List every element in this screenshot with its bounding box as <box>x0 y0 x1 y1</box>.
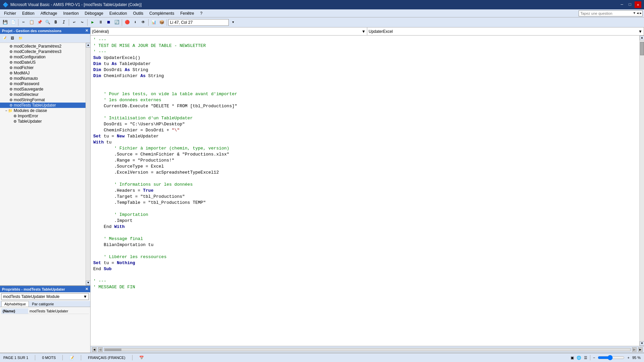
view-normal-icon[interactable]: ▣ <box>571 356 574 360</box>
tree-item[interactable]: ⚙modNumauto <box>0 76 86 81</box>
tree-item-label: modNumauto <box>14 76 38 81</box>
menu-execution[interactable]: Exécution <box>107 10 130 16</box>
code-line: .Headers = True <box>91 188 639 194</box>
hscroll-right-button[interactable]: ▶ <box>638 347 643 352</box>
code-comment: ' --- <box>93 49 106 55</box>
menu-fichier[interactable]: Fichier <box>1 10 19 16</box>
menu-insertion[interactable]: Insertion <box>61 10 82 16</box>
code-dropdown-proc-arrow[interactable]: ▼ <box>638 29 642 34</box>
close-button[interactable]: ✕ <box>635 1 641 8</box>
project-scrollbar[interactable]: ▲ ▼ <box>86 43 90 285</box>
project-close-button[interactable]: ✕ <box>85 28 88 33</box>
tree-item[interactable]: ⚙modSauvegarde <box>0 86 86 92</box>
code-scroll-thumb[interactable] <box>640 42 644 55</box>
tb-run[interactable]: ▶ <box>89 19 96 26</box>
code-scroll-up-button[interactable]: ▲ <box>640 36 644 40</box>
search-dropdown-icon[interactable]: ▼ <box>633 11 636 15</box>
menu-complements[interactable]: Compléments <box>147 10 177 16</box>
tree-item[interactable]: ⚙modCollecte_Paramètres2 <box>0 44 86 49</box>
tb-copy[interactable]: 📋 <box>28 19 35 26</box>
proj-scroll-down[interactable]: ▼ <box>86 281 90 285</box>
tree-item[interactable]: −📁Modules de classe <box>0 108 86 113</box>
search-next-icon[interactable]: ▶ <box>639 11 642 15</box>
code-scroll-down-button[interactable]: ▼ <box>640 341 644 346</box>
code-line: ' --- <box>91 49 639 55</box>
tree-item[interactable]: ⚙modTests TableUpdater <box>0 103 86 108</box>
tb-undo[interactable]: ↩ <box>70 19 78 26</box>
tb-stop[interactable]: ⏹ <box>105 19 112 26</box>
minimize-button[interactable]: ─ <box>619 1 625 8</box>
menu-debogage[interactable]: Débogage <box>82 10 106 16</box>
menu-edition[interactable]: Edition <box>19 10 37 16</box>
tree-item[interactable]: ⚙TableUpdater <box>0 119 86 124</box>
tree-item[interactable]: ⚙modSélecteur <box>0 92 86 97</box>
tb-objbrowser[interactable]: 📦 <box>158 19 165 26</box>
code-vertical-scrollbar[interactable]: ▲ ▼ <box>639 36 644 346</box>
main-layout: Projet - Gestion des commissions ✕ 📝 🖼 📁… <box>0 27 644 353</box>
tb-save[interactable]: 💾 <box>1 19 9 26</box>
tb-pause[interactable]: ⏸ <box>97 19 104 26</box>
menu-affichage[interactable]: Affichage <box>38 10 60 16</box>
tb-bp[interactable]: 🔴 <box>123 19 131 26</box>
search-box[interactable]: ▼ ◀ ▶ <box>579 10 643 16</box>
menu-fenetre[interactable]: Fenêtre <box>177 10 197 16</box>
view-outline-icon[interactable]: ☰ <box>584 356 587 360</box>
tree-item[interactable]: ⚙modCollecte_Paramètres3 <box>0 49 86 54</box>
maximize-button[interactable]: □ <box>627 1 633 8</box>
tb-step[interactable]: ⬇ <box>131 19 139 26</box>
tree-item[interactable]: ⚙ImportError <box>0 113 86 119</box>
code-dropdown-general[interactable]: (Général) ▼ <box>91 27 367 35</box>
proj-view-obj[interactable]: 🖼 <box>9 35 16 42</box>
search-input[interactable] <box>579 11 633 15</box>
code-dropdown-proc[interactable]: UpdaterExcel ▼ <box>367 27 644 35</box>
tb-cut[interactable]: ✂ <box>20 19 27 26</box>
properties-dropdown[interactable]: modTests TableUpdater Module ▼ <box>1 293 89 300</box>
menu-bar: Fichier Edition Affichage Insertion Débo… <box>0 9 644 17</box>
tree-item[interactable]: ⚙modStringFormat <box>0 97 86 103</box>
status-sep3 <box>81 355 81 360</box>
tree-item[interactable]: ⚙modConfiguration <box>0 54 86 60</box>
menu-outils[interactable]: Outils <box>130 10 146 16</box>
properties-close-button[interactable]: ✕ <box>85 287 88 291</box>
hscroll-right-button2[interactable]: ▷ <box>632 347 637 352</box>
tb-b[interactable]: B <box>52 19 59 26</box>
code-dropdown-general-arrow[interactable]: ▼ <box>362 29 366 34</box>
tb-redo[interactable]: ↪ <box>78 19 86 26</box>
status-sep2 <box>62 355 63 360</box>
hscroll-left-button2[interactable]: ◁ <box>98 347 103 352</box>
code-line <box>91 85 639 91</box>
zoom-in-icon[interactable]: + <box>627 356 629 360</box>
tree-item[interactable]: ⚙modDateUS <box>0 60 86 65</box>
menu-help[interactable]: ? <box>198 10 205 16</box>
proj-scroll-up[interactable]: ▲ <box>86 43 90 48</box>
window-controls[interactable]: ─ □ ✕ <box>619 1 641 8</box>
search-prev-icon[interactable]: ◀ <box>636 11 639 15</box>
view-web-icon[interactable]: 🌐 <box>577 356 581 360</box>
tb-find[interactable]: 🔍 <box>44 19 51 26</box>
tb-locals[interactable]: 📊 <box>150 19 157 26</box>
props-tab-alphabetical[interactable]: Alphabétique <box>1 301 29 307</box>
proj-view-code[interactable]: 📝 <box>1 35 8 42</box>
tree-item[interactable]: ⚙ModMAJ <box>0 70 86 76</box>
tree-item[interactable]: ⚙modPassword <box>0 81 86 86</box>
tree-item[interactable]: ⚙modFichier <box>0 65 86 70</box>
tree-toggle[interactable]: − <box>5 109 7 113</box>
code-line: .Range = "Productions!" <box>91 158 639 164</box>
code-editor[interactable]: ' ---' TEST DE MISE A JOUR DE TABLE - NE… <box>91 36 639 346</box>
hscroll-thumb[interactable] <box>105 349 121 351</box>
properties-dropdown-arrow[interactable]: ▼ <box>83 294 87 299</box>
tb-new[interactable]: 📄 <box>9 19 17 26</box>
zoom-slider[interactable] <box>598 355 625 360</box>
hscroll-left-button[interactable]: ◀ <box>92 347 97 352</box>
code-comment: ' Importation <box>93 212 148 218</box>
tb-watch[interactable]: 👁 <box>140 19 147 26</box>
code-line <box>91 206 639 212</box>
props-tab-category[interactable]: Par catégorie <box>29 301 57 307</box>
tb-i[interactable]: I <box>60 19 67 26</box>
tb-paste[interactable]: 📌 <box>36 19 43 26</box>
zoom-out-icon[interactable]: − <box>593 356 595 360</box>
proj-toggle-folders[interactable]: 📁 <box>17 35 24 42</box>
tb-reset[interactable]: 🔄 <box>113 19 120 26</box>
tb-dropdown[interactable]: ▼ <box>229 19 237 26</box>
hscroll-track[interactable] <box>104 348 631 351</box>
